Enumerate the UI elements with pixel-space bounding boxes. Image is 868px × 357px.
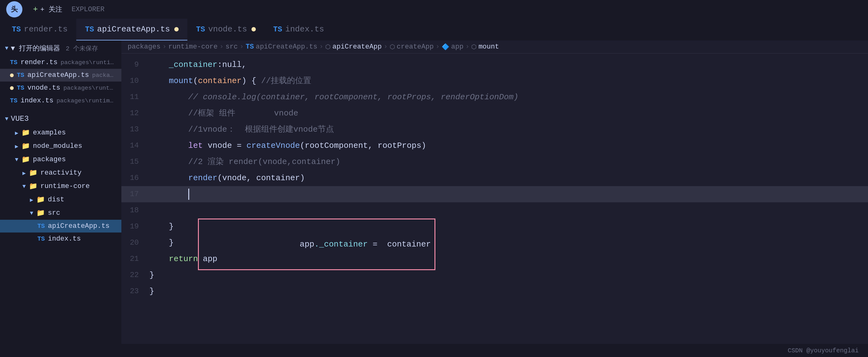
line-content-10: mount(container) { //挂载的位置 <box>146 73 868 89</box>
sidebar-file-vnode-path: packages\runtime-... <box>63 85 116 91</box>
ts-badge-apiCreateApp: TS <box>17 71 24 79</box>
packages-icon: 📁 <box>22 155 30 164</box>
crumb-apiCreateApp-class: apiCreateApp <box>332 43 381 51</box>
crumb-apiCreateApp-file: apiCreateApp.ts <box>256 43 317 51</box>
ts-icon-render: TS <box>12 25 21 34</box>
line-num-15: 15 <box>121 154 146 170</box>
sidebar-file-index[interactable]: TS index.ts packages\runtime-c... <box>0 94 121 107</box>
src-label: src <box>48 209 60 217</box>
sidebar-file-vnode-name: vnode.ts <box>27 84 60 92</box>
follow-button[interactable]: + + 关注 <box>33 5 62 14</box>
sidebar-file-apiCreateApp[interactable]: TS apiCreateApp.ts packages\r... <box>0 69 121 82</box>
sidebar-file-render[interactable]: TS render.ts packages\runtime-... <box>0 56 121 69</box>
line-num-23: 23 <box>121 283 146 299</box>
crumb-icon1: ⬡ <box>325 43 331 51</box>
sep5: › <box>383 43 388 51</box>
sep7: › <box>465 43 469 51</box>
code-body[interactable]: 9 _container:null, 10 mount(container) {… <box>121 54 868 344</box>
tab-vnode-label: vnode.ts <box>208 25 247 34</box>
code-line-23: 23 } <box>121 283 868 299</box>
line-content-17 <box>146 186 868 202</box>
open-editors-header[interactable]: ▼ ▼ 打开的编辑器 2 个未保存 <box>0 40 121 56</box>
vue3-arrow: ▼ <box>5 116 8 122</box>
tab-bar: TS render.ts TS apiCreateApp.ts TS vnode… <box>0 19 868 40</box>
sep4: › <box>319 43 323 51</box>
line-content-12: //框架 组件 vnode <box>146 105 868 121</box>
avatar: 头 <box>6 1 23 18</box>
sep2: › <box>219 43 223 51</box>
runtime-core-label: runtime-core <box>40 182 90 190</box>
examples-arrow: ▶ <box>15 129 18 136</box>
vue3-header[interactable]: ▼ VUE3 <box>0 112 121 126</box>
line-num-22: 22 <box>121 267 146 283</box>
ts-badge-index: TS <box>10 97 18 104</box>
line-content-13: //1vnode： 根据组件创建vnode节点 <box>146 121 868 138</box>
tree-examples[interactable]: ▶ 📁 examples <box>0 126 121 140</box>
code-line-17: 17 <box>121 186 868 202</box>
modified-dot-apiCreateApp <box>174 27 179 31</box>
code-line-15: 15 //2 渲染 render(vnode,container) <box>121 154 868 170</box>
breadcrumb: packages › runtime-core › src › TS apiCr… <box>121 40 868 54</box>
ts-icon-index: TS <box>273 25 282 34</box>
tree-node-modules[interactable]: ▶ 📁 node_modules <box>0 140 121 153</box>
line-num-14: 14 <box>121 138 146 154</box>
tab-apiCreateApp[interactable]: TS apiCreateApp.ts <box>76 19 187 40</box>
line-content-19: } <box>146 218 868 235</box>
tree-dist[interactable]: ▶ 📁 dist <box>0 193 121 206</box>
open-editors-arrow: ▼ <box>5 45 8 51</box>
examples-label: examples <box>33 129 66 137</box>
modified-dot-vnode <box>251 27 256 31</box>
crumb-icon4: ⬡ <box>471 43 476 51</box>
line-num-21: 21 <box>121 251 146 267</box>
tab-vnode[interactable]: TS vnode.ts <box>187 19 265 40</box>
crumb-icon2: ⬡ <box>390 43 395 51</box>
code-line-9: 9 _container:null, <box>121 57 868 73</box>
sidebar-file-apiCreateApp-name: apiCreateApp.ts <box>27 71 89 79</box>
runtime-core-arrow: ▼ <box>23 183 26 189</box>
node-modules-icon: 📁 <box>22 142 30 150</box>
tab-index[interactable]: TS index.ts <box>265 19 333 40</box>
main-area: ▼ ▼ 打开的编辑器 2 个未保存 TS render.ts packages\… <box>0 40 868 344</box>
tab-render[interactable]: TS render.ts <box>3 19 76 40</box>
dist-icon: 📁 <box>36 196 45 204</box>
reactivity-arrow: ▶ <box>23 170 26 176</box>
tree-packages[interactable]: ▼ 📁 packages <box>0 153 121 166</box>
sep1: › <box>162 43 166 51</box>
line-content-11: // console.log(container, rootComponent,… <box>146 89 868 105</box>
ts-icon-apiCreateApp: TS <box>85 25 94 34</box>
code-line-10: 10 mount(container) { //挂载的位置 <box>121 73 868 89</box>
unsaved-badge: 2 个未保存 <box>66 44 98 53</box>
tree-runtime-core[interactable]: ▼ 📁 runtime-core <box>0 180 121 193</box>
apiCreateApp-file-label: apiCreateApp.ts <box>48 222 110 230</box>
code-line-13: 13 //1vnode： 根据组件创建vnode节点 <box>121 121 868 138</box>
crumb-packages: packages <box>128 43 161 51</box>
sidebar-file-vnode[interactable]: TS vnode.ts packages\runtime-... <box>0 82 121 94</box>
tree-index-file[interactable]: TS index.ts <box>0 233 121 245</box>
crumb-runtime-core: runtime-core <box>168 43 218 51</box>
crumb-ts-icon: TS <box>246 43 254 51</box>
sep3: › <box>240 43 244 51</box>
tree-reactivity[interactable]: ▶ 📁 reactivity <box>0 166 121 180</box>
top-bar: 头 + + 关注 EXPLORER <box>0 0 868 19</box>
line-num-20: 20 <box>121 235 146 251</box>
line-content-16: render(vnode, container) <box>146 170 868 186</box>
sidebar-file-index-name: index.ts <box>21 97 54 105</box>
code-line-11: 11 // console.log(container, rootCompone… <box>121 89 868 105</box>
ts-badge-vnode: TS <box>17 84 24 91</box>
tree-src[interactable]: ▼ 📁 src <box>0 206 121 220</box>
line-num-16: 16 <box>121 170 146 186</box>
sidebar-file-render-path: packages\runtime-... <box>61 59 116 66</box>
ts-icon-tree-apiCreateApp: TS <box>37 222 45 230</box>
code-line-12: 12 //框架 组件 vnode <box>121 105 868 121</box>
code-line-16: 16 render(vnode, container) <box>121 170 868 186</box>
line-num-11: 11 <box>121 89 146 105</box>
index-file-label: index.ts <box>48 235 81 243</box>
line-content-20: } <box>146 235 868 251</box>
plus-icon: + <box>33 5 38 14</box>
code-editor: packages › runtime-core › src › TS apiCr… <box>121 40 868 344</box>
line-num-9: 9 <box>121 57 146 73</box>
tab-render-label: render.ts <box>24 25 67 34</box>
line-content-22: } <box>146 267 868 283</box>
ts-badge-render: TS <box>10 59 18 66</box>
tree-apiCreateApp-file[interactable]: TS apiCreateApp.ts <box>0 220 121 233</box>
